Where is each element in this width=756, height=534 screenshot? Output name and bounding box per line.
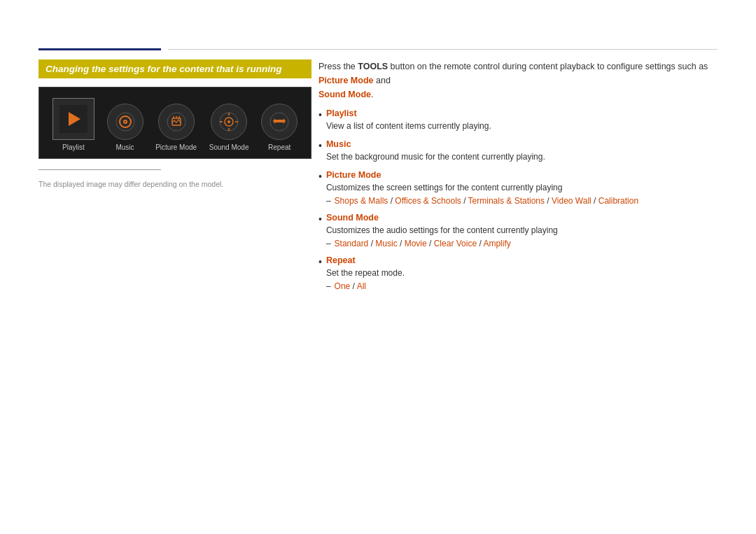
sound-mode-options: Standard / Music / Movie / Clear Voice /… (335, 239, 511, 248)
svg-point-5 (125, 121, 126, 122)
picture-mode-options: Shops & Malls / Offices & Schools / Term… (335, 196, 639, 206)
playlist-icon-wrap (52, 98, 94, 140)
page-container: Changing the settings for the content th… (0, 0, 756, 534)
bullet-content-music: Music Set the background music for the c… (326, 139, 718, 163)
bullet-desc-playlist: View a list of content items currently p… (326, 121, 491, 131)
sep: / (461, 196, 468, 206)
svg-point-10 (227, 120, 230, 123)
intro-picture-mode: Picture Mode (318, 76, 374, 85)
opt-shops-malls: Shops & Malls (335, 196, 388, 206)
picture-mode-sub-list: – Shops & Malls / Offices & Schools / Te… (326, 196, 718, 206)
icon-item-picture-mode: Picture Mode (155, 104, 197, 151)
opt-clear-voice: Clear Voice (434, 239, 477, 248)
bullet-title-sound-mode: Sound Mode (326, 213, 718, 223)
line-dark (38, 48, 161, 50)
opt-calibration: Calibration (598, 196, 638, 206)
opt-amplify: Amplify (483, 239, 510, 248)
opt-standard: Standard (335, 239, 369, 248)
bullet-dot: • (318, 255, 322, 269)
sub-dash: – (326, 196, 331, 206)
repeat-options: One / All (335, 281, 366, 291)
bullet-item-sound-mode: • Sound Mode Customizes the audio settin… (318, 213, 718, 248)
sep: / (350, 281, 356, 291)
bullet-title-playlist: Playlist (326, 108, 718, 118)
line-light (168, 49, 718, 50)
music-icon-circle (107, 104, 144, 140)
sub-dash: – (326, 239, 331, 248)
opt-music: Music (375, 239, 397, 248)
bullet-content-repeat: Repeat Set the repeat mode. – One / All (326, 255, 718, 291)
sep: / (427, 239, 434, 248)
music-icon (115, 112, 135, 132)
playlist-icon (59, 105, 88, 133)
bullet-dot: • (318, 213, 322, 227)
repeat-sub-list: – One / All (326, 281, 718, 291)
playlist-label: Playlist (62, 143, 85, 151)
bullet-list: • Playlist View a list of content items … (318, 108, 718, 291)
picture-mode-sub-item: – Shops & Malls / Offices & Schools / Te… (326, 196, 718, 206)
bullet-content-playlist: Playlist View a list of content items cu… (326, 108, 718, 132)
icon-item-playlist: Playlist (52, 98, 94, 151)
intro-paragraph: Press the TOOLS button on the remote con… (318, 59, 718, 101)
sep: / (592, 196, 598, 206)
bullet-desc-music: Set the background music for the content… (326, 152, 545, 162)
icon-item-repeat: Repeat (261, 104, 298, 151)
picture-icon-circle (158, 104, 195, 140)
sub-dash: – (326, 281, 331, 291)
opt-terminals: Terminals & Stations (468, 196, 545, 206)
picture-mode-label: Picture Mode (155, 143, 197, 151)
repeat-icon-circle (261, 104, 298, 140)
section-title: Changing the settings for the content th… (38, 59, 312, 78)
bullet-desc-repeat: Set the repeat mode. (326, 268, 405, 278)
intro-prefix: Press the (318, 62, 358, 71)
intro-connector: and (374, 76, 391, 85)
bullet-dot: • (318, 139, 322, 153)
sep: / (388, 196, 395, 206)
bullet-desc-sound-mode: Customizes the audio settings for the co… (326, 225, 558, 235)
repeat-icon (270, 112, 289, 132)
sep: / (398, 239, 405, 248)
intro-middle: button on the remote control during cont… (388, 62, 708, 71)
bullet-desc-picture-mode: Customizes the screen settings for the c… (326, 183, 563, 192)
intro-suffix: . (371, 90, 373, 99)
opt-all: All (357, 281, 366, 291)
music-label: Music (115, 143, 134, 151)
bullet-content-sound-mode: Sound Mode Customizes the audio settings… (326, 213, 718, 248)
right-column: Press the TOOLS button on the remote con… (318, 59, 718, 298)
bullet-title-picture-mode: Picture Mode (326, 170, 718, 180)
sound-icon-circle (211, 104, 247, 140)
left-column: Changing the settings for the content th… (38, 59, 312, 189)
intro-sound-mode: Sound Mode (318, 90, 371, 99)
opt-video-wall: Video Wall (552, 196, 592, 206)
sound-mode-sub-list: – Standard / Music / Movie / Clear Voice… (326, 239, 718, 248)
bullet-dot: • (318, 108, 322, 122)
repeat-label: Repeat (268, 143, 290, 151)
note-text: The displayed image may differ depending… (38, 180, 223, 188)
bullet-title-music: Music (326, 139, 718, 149)
bullet-content-picture-mode: Picture Mode Customizes the screen setti… (326, 170, 718, 206)
sound-mode-icon (219, 112, 239, 132)
sep: / (368, 239, 375, 248)
repeat-sub-item: – One / All (326, 281, 718, 291)
top-lines (38, 48, 718, 50)
icon-panel: Playlist Music (38, 87, 312, 159)
bullet-item-music: • Music Set the background music for the… (318, 139, 718, 163)
bullet-title-repeat: Repeat (326, 255, 718, 265)
svg-point-6 (167, 113, 186, 131)
opt-one: One (335, 281, 351, 291)
bullet-item-playlist: • Playlist View a list of content items … (318, 108, 718, 132)
bullet-item-repeat: • Repeat Set the repeat mode. – One / Al… (318, 255, 718, 291)
picture-mode-icon (167, 112, 186, 132)
sound-mode-sub-item: – Standard / Music / Movie / Clear Voice… (326, 239, 718, 248)
opt-offices-schools: Offices & Schools (395, 196, 461, 206)
intro-bold: TOOLS (358, 62, 388, 71)
sep: / (545, 196, 552, 206)
opt-movie: Movie (405, 239, 427, 248)
bullet-dot: • (318, 170, 322, 184)
sound-mode-label: Sound Mode (209, 143, 249, 151)
icon-item-sound-mode: Sound Mode (209, 104, 249, 151)
separator-line (38, 169, 161, 170)
bullet-item-picture-mode: • Picture Mode Customizes the screen set… (318, 170, 718, 206)
icon-item-music: Music (107, 104, 144, 151)
